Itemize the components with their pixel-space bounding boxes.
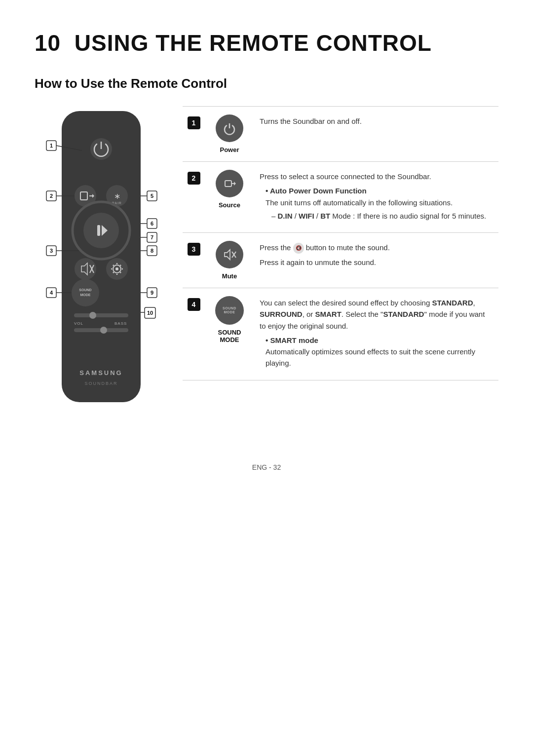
svg-point-66	[100, 327, 107, 334]
remote-svg: 1 2 3 4 5 6	[35, 106, 168, 432]
svg-line-54	[113, 265, 114, 266]
page-footer: ENG - 32	[35, 463, 498, 471]
source-icon	[223, 177, 236, 190]
source-label: Source	[219, 201, 240, 209]
remote-diagram: 1 2 3 4 5 6	[35, 106, 168, 434]
svg-rect-69	[225, 181, 231, 187]
svg-text:4: 4	[50, 290, 53, 296]
power-icon	[223, 121, 236, 135]
content-area: 1 2 3 4 5 6	[35, 106, 498, 434]
row-desc-power: Turns the Soundbar on and off.	[252, 107, 498, 161]
svg-text:6: 6	[151, 221, 153, 227]
row-num-2: 2	[183, 162, 207, 232]
svg-point-62	[89, 312, 96, 319]
mute-label: Mute	[222, 272, 237, 280]
svg-point-49	[115, 267, 118, 270]
svg-point-43	[75, 258, 96, 280]
row-desc-mute: Press the 🔇 button to mute the sound. Pr…	[252, 233, 498, 288]
mute-icon-circle	[216, 241, 243, 268]
svg-point-40	[83, 213, 119, 248]
row-icon-source: Source	[207, 162, 252, 232]
soundmode-text-mode: MODE	[224, 310, 235, 314]
row-icon-mute: Mute	[207, 233, 252, 288]
table-row-source: 2 Source Press to select a source connec…	[183, 162, 498, 233]
svg-text:1: 1	[50, 143, 53, 149]
power-label: Power	[220, 146, 239, 153]
page-title: 10 USING THE REMOTE CONTROL	[35, 30, 498, 56]
table-row-power: 1 Power Turns the Soundbar on and off.	[183, 107, 498, 162]
source-icon-circle	[216, 170, 243, 197]
svg-rect-61	[74, 313, 128, 317]
mute-icon	[222, 248, 237, 262]
button-table: 1 Power Turns the Soundbar on and off.	[183, 106, 498, 380]
svg-marker-71	[234, 182, 236, 186]
svg-text:9: 9	[151, 290, 153, 296]
svg-text:8: 8	[151, 248, 153, 254]
svg-text:SAMSUNG: SAMSUNG	[79, 369, 122, 377]
svg-text:3: 3	[50, 248, 53, 254]
svg-text:MODE: MODE	[80, 293, 91, 297]
soundmode-icon-circle: SOUND MODE	[215, 296, 244, 325]
svg-rect-41	[97, 225, 100, 236]
row-icon-soundmode: SOUND MODE SOUND MODE	[207, 288, 252, 380]
row-desc-source: Press to select a source connected to th…	[252, 162, 498, 232]
row-num-4: 4	[183, 288, 207, 380]
power-icon-circle	[216, 114, 243, 142]
svg-text:SOUNDBAR: SOUNDBAR	[84, 381, 117, 386]
svg-text:VOL: VOL	[74, 321, 83, 326]
row-desc-soundmode: You can select the desired sound effect …	[252, 288, 498, 380]
svg-text:∗: ∗	[114, 192, 120, 200]
svg-marker-72	[225, 250, 230, 260]
table-row-mute: 3 Mute Press the 🔇 button to mute the so…	[183, 233, 498, 288]
svg-text:7: 7	[151, 234, 153, 240]
svg-text:2: 2	[50, 193, 53, 199]
table-row-soundmode: 4 SOUND MODE SOUND MODE You can select t…	[183, 288, 498, 380]
page: 10 USING THE REMOTE CONTROL How to Use t…	[0, 0, 533, 501]
svg-line-57	[113, 272, 114, 273]
svg-line-55	[120, 272, 121, 273]
svg-text:5: 5	[151, 193, 153, 199]
soundmode-text-sound: SOUND	[223, 306, 236, 310]
svg-text:BASS: BASS	[114, 321, 127, 326]
row-icon-power: Power	[207, 107, 252, 161]
soundmode-label: SOUND MODE	[212, 329, 247, 343]
svg-point-58	[72, 279, 99, 306]
row-num-1: 1	[183, 107, 207, 161]
svg-line-56	[120, 265, 121, 266]
svg-text:10: 10	[147, 310, 153, 316]
section-title: How to Use the Remote Control	[35, 76, 498, 91]
row-num-3: 3	[183, 233, 207, 288]
svg-text:SOUND: SOUND	[79, 288, 91, 292]
